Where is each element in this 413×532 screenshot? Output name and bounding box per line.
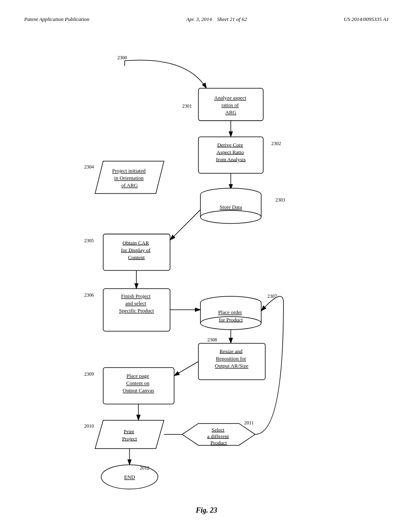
- label-2307: 2307: [267, 293, 277, 299]
- label-2306: 2306: [84, 292, 94, 298]
- header-date: Apr. 3, 2014: [186, 16, 212, 22]
- label-2308: 2308: [207, 337, 217, 343]
- header-center: Apr. 3, 2014 Sheet 21 of 62: [186, 16, 247, 23]
- page-header: Patent Application Publication Apr. 3, 2…: [24, 16, 389, 23]
- node-2302-text: Derive Core Aspect Ratio from Analysis: [216, 142, 246, 162]
- flowchart-diagram: text { font-family: 'Times New Roman', T…: [24, 35, 389, 502]
- svg-line-14: [174, 362, 198, 376]
- header-sheet: Sheet 21 of 62: [217, 16, 247, 22]
- figure-caption: Fig. 23: [24, 506, 389, 515]
- label-2304: 2304: [84, 164, 94, 170]
- node-2012-text: END: [124, 474, 135, 480]
- label-2010: 2010: [84, 423, 94, 429]
- label-2301: 2301: [182, 103, 192, 109]
- node-2308-text: Resize and Reposition for Output AR/Size: [215, 348, 248, 369]
- header-right: US 2014/0095335 A1: [344, 16, 389, 23]
- node-2309-text: Place page Content on Output Canvas: [123, 373, 154, 393]
- svg-line-7: [170, 210, 200, 240]
- flowchart-svg: text { font-family: 'Times New Roman', T…: [24, 35, 389, 502]
- label-2011: 2011: [244, 420, 254, 426]
- label-2303: 2303: [275, 197, 285, 203]
- node-2303-bottom: [200, 210, 261, 223]
- header-left: Patent Application Publication: [24, 16, 90, 23]
- label-2300: 2300: [117, 55, 127, 60]
- label-2309: 2309: [84, 371, 94, 377]
- page: Patent Application Publication Apr. 3, 2…: [0, 0, 413, 532]
- node-2303-text: Store Data: [220, 204, 242, 210]
- label-2012: 2012: [140, 465, 149, 471]
- label-2305: 2305: [84, 238, 94, 243]
- label-2302: 2302: [271, 141, 281, 146]
